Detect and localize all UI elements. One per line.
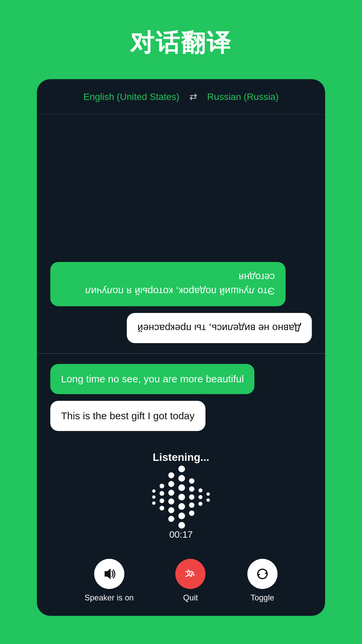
quit-button[interactable]: 文 A Quit: [175, 559, 205, 602]
waveform-col-4: [178, 466, 185, 529]
lower-bubble-1: Long time no see, you are more beautiful: [50, 364, 254, 394]
waveform-col-6: [198, 488, 202, 506]
upper-bubble-2: Давно не виделись, ты прекрасней: [127, 313, 312, 343]
swap-icon[interactable]: ⇄: [189, 91, 197, 102]
dot: [206, 492, 210, 496]
language-bar: English (United States) ⇄ Russian (Russi…: [37, 79, 325, 114]
dot: [206, 498, 210, 502]
dot: [178, 466, 185, 472]
bottom-controls: Speaker is on 文 A Quit: [37, 552, 325, 616]
dot: [189, 494, 194, 500]
translation-card: English (United States) ⇄ Russian (Russi…: [37, 79, 325, 616]
dot: [168, 507, 174, 513]
quit-label: Quit: [183, 593, 198, 602]
waveform-col-5: [189, 478, 194, 516]
quit-icon-circle: 文 A: [175, 559, 205, 589]
waveform-col-2: [160, 484, 164, 511]
toggle-icon-circle: [247, 559, 278, 589]
dot: [160, 506, 164, 511]
dot: [178, 494, 185, 500]
speaker-label: Speaker is on: [84, 593, 134, 602]
dot: [189, 486, 194, 492]
dot: [178, 513, 185, 519]
waveform: [50, 470, 312, 524]
target-language[interactable]: Russian (Russia): [207, 92, 279, 102]
waveform-col-3: [168, 472, 174, 522]
dot: [160, 498, 164, 503]
dot: [198, 502, 202, 506]
dot: [168, 498, 174, 504]
waveform-col-1: [152, 489, 156, 505]
dot: [152, 495, 156, 499]
dot: [152, 489, 156, 493]
source-language[interactable]: English (United States): [83, 92, 179, 102]
page-title: 对话翻译: [130, 27, 232, 59]
dot: [168, 481, 174, 487]
dot: [178, 484, 185, 491]
svg-text:A: A: [190, 571, 195, 577]
timer: 00:17: [169, 529, 193, 540]
lower-chat-area: Long time no see, you are more beautiful…: [37, 354, 325, 441]
dot: [168, 490, 174, 496]
dot: [198, 495, 202, 499]
lower-bubble-2: This is the best gift I got today: [50, 401, 205, 431]
dot: [160, 484, 164, 488]
dot: [178, 522, 185, 529]
dot: [178, 475, 185, 482]
dot: [189, 478, 194, 484]
speaker-button[interactable]: Speaker is on: [84, 559, 134, 602]
waveform-col-7: [206, 492, 210, 502]
dot: [198, 488, 202, 492]
dot: [178, 503, 185, 510]
dot: [160, 491, 164, 496]
toggle-label: Toggle: [250, 593, 274, 602]
speaker-icon-circle: [94, 559, 124, 589]
upper-chat-area: Это лучший подарок, который я получил се…: [37, 115, 325, 353]
listening-status: Listening...: [153, 451, 209, 464]
dot: [168, 472, 174, 478]
listening-area: Listening...: [37, 441, 325, 552]
toggle-button[interactable]: Toggle: [247, 559, 278, 602]
upper-bubble-1: Это лучший подарок, который я получил се…: [50, 262, 286, 306]
dot: [189, 502, 194, 508]
dot: [189, 511, 194, 516]
dot: [168, 516, 174, 522]
dot: [152, 501, 156, 505]
svg-marker-0: [105, 569, 111, 579]
